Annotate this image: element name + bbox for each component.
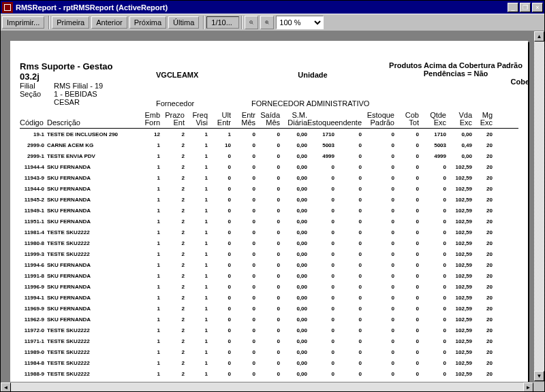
cell-sm: 0,00 — [280, 131, 307, 137]
cell-prazo: 2 — [160, 273, 185, 279]
toolbar: Imprimir... Primeira Anterior Próxima Úl… — [1, 14, 544, 31]
cell-codigo: 11994-1 — [20, 295, 47, 301]
cell-freq: 1 — [185, 284, 208, 290]
table-row: 11972-0TESTE SKU22221210000,0000000102,5… — [20, 325, 518, 336]
cell-emb: 1 — [136, 229, 160, 235]
cell-ult: 0 — [208, 295, 231, 301]
cell-ult: 0 — [208, 306, 231, 312]
zoom-in-button[interactable] — [260, 16, 274, 29]
cell-freq: 1 — [185, 208, 208, 214]
first-page-button[interactable]: Primeira — [52, 16, 89, 29]
cell-cob: 0 — [394, 262, 419, 268]
last-page-button[interactable]: Última — [168, 16, 199, 29]
cell-qtde: 0 — [419, 208, 446, 214]
cell-desc: SKU FERNANDA — [47, 186, 136, 192]
cell-sm: 0,00 — [280, 295, 307, 301]
cell-mg: 20 — [472, 327, 493, 333]
scroll-left-button[interactable]: ◄ — [1, 382, 11, 392]
cell-vda: 102,59 — [446, 240, 472, 246]
cell-desc: TESTE SKU2222 — [47, 349, 136, 355]
cobert-label: Cobert — [374, 78, 528, 86]
scroll-up-button[interactable]: ▲ — [534, 31, 544, 42]
cell-sm: 0,00 — [280, 175, 307, 181]
cell-ult: 0 — [208, 262, 231, 268]
cell-freq: 1 — [185, 218, 208, 225]
cell-codigo: 11981-4 — [20, 229, 47, 235]
cell-mg: 20 — [472, 295, 493, 301]
cell-prazo: 2 — [160, 175, 185, 181]
cell-freq: 1 — [185, 229, 208, 235]
cell-qtde: 0 — [419, 175, 446, 181]
cell-mg: 20 — [472, 316, 493, 323]
cell-entr: 0 — [231, 229, 255, 235]
cell-entr: 0 — [231, 360, 255, 366]
cell-codigo: 2999-0 — [20, 142, 47, 148]
cell-est: 0 — [307, 262, 334, 268]
cell-desc: SKU FERNANDA — [47, 262, 136, 268]
cell-emb: 1 — [136, 175, 160, 181]
scroll-track[interactable] — [534, 42, 544, 371]
cell-saida: 0 — [255, 316, 280, 323]
cell-desc: SKU FERNANDA — [47, 208, 136, 214]
cell-sm: 0,00 — [280, 208, 307, 214]
cell-mg: 20 — [472, 186, 493, 192]
cell-end: 0 — [334, 197, 362, 203]
scroll-down-button[interactable]: ▼ — [534, 371, 544, 381]
maximize-button[interactable]: ❐ — [520, 3, 531, 12]
cell-est: 0 — [307, 164, 334, 170]
cell-freq: 1 — [185, 360, 208, 366]
cell-sm: 0,00 — [280, 273, 307, 279]
cell-estp: 0 — [362, 338, 394, 344]
cell-prazo: 2 — [160, 262, 185, 268]
cell-vda: 102,59 — [446, 164, 472, 170]
cell-qtde: 0 — [419, 240, 446, 246]
minimize-button[interactable]: _ — [508, 3, 518, 12]
page-indicator[interactable]: 1/10... — [206, 16, 239, 29]
cell-emb: 1 — [136, 164, 160, 170]
close-button[interactable]: × — [532, 3, 543, 12]
cell-vda: 0,49 — [446, 142, 472, 148]
zoom-select[interactable]: 100 % — [276, 16, 324, 29]
cell-cob: 0 — [394, 240, 419, 246]
next-page-button[interactable]: Próxima — [129, 16, 166, 29]
cell-qtde: 0 — [419, 316, 446, 323]
cell-ult: 0 — [208, 229, 231, 235]
cell-mg: 20 — [472, 218, 493, 225]
cell-vda: 102,59 — [446, 284, 472, 290]
cell-codigo: 11943-9 — [20, 175, 47, 181]
cell-vda: 102,59 — [446, 295, 472, 301]
cell-entr: 0 — [231, 316, 255, 323]
cell-emb: 1 — [136, 306, 160, 312]
col-mg-exc: Mg Exc — [472, 112, 493, 127]
cell-prazo: 2 — [160, 164, 185, 170]
cell-estp: 0 — [362, 208, 394, 214]
cell-prazo: 2 — [160, 240, 185, 246]
fornecedor-value: FORNECEDOR ADMINISTRATIVO — [251, 99, 374, 108]
cell-estp: 0 — [362, 164, 394, 170]
cell-ult: 10 — [208, 142, 231, 148]
vertical-scrollbar[interactable]: ▲ ▼ — [533, 31, 544, 381]
cell-estp: 0 — [362, 197, 394, 203]
report-header: Rms Suporte - Gestao 03.2j FilialRMS Fil… — [20, 61, 528, 108]
cell-entr: 0 — [231, 240, 255, 246]
cell-saida: 0 — [255, 164, 280, 170]
cell-emb: 1 — [136, 360, 160, 366]
cell-saida: 0 — [255, 273, 280, 279]
zoom-out-button[interactable] — [245, 16, 258, 29]
prev-page-button[interactable]: Anterior — [91, 16, 127, 29]
cell-entr: 0 — [231, 142, 255, 148]
cell-desc: SKU FERNANDA — [47, 306, 136, 312]
cell-est: 0 — [307, 229, 334, 235]
cell-freq: 1 — [185, 251, 208, 257]
table-row: 19-1TESTE DE INCLUSEON 29012211000,00171… — [20, 129, 518, 140]
cell-ult: 0 — [208, 208, 231, 214]
horizontal-scrollbar[interactable]: ◄ ► — [1, 382, 533, 392]
scroll-right-button[interactable]: ► — [523, 382, 533, 392]
cell-codigo: 11945-2 — [20, 197, 47, 203]
cell-freq: 1 — [185, 186, 208, 192]
table-row: 11994-1SKU FERNANDA1210000,0000000102,59… — [20, 292, 518, 303]
table-row: 2999-0CARNE ACEM KG12110000,005003000500… — [20, 140, 518, 150]
print-button[interactable]: Imprimir... — [2, 16, 44, 29]
table-row: 11994-6SKU FERNANDA1210000,0000000102,59… — [20, 259, 518, 270]
scroll-track[interactable] — [11, 382, 523, 392]
